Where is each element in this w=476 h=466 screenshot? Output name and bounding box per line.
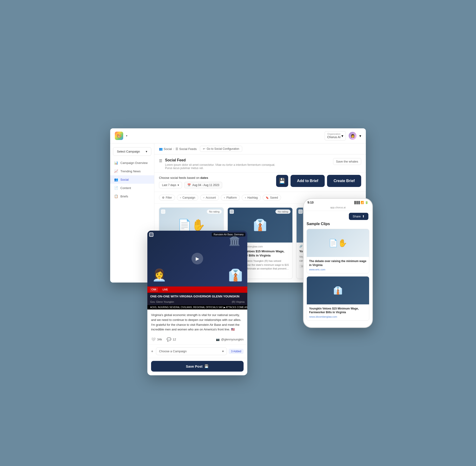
filter-chip-hashtag[interactable]: + Hashtag <box>242 195 261 201</box>
save-whales-button[interactable]: Save the whales <box>333 158 361 165</box>
cnn-headline: ONE-ON-ONE WITH VIRGINIA GOVERNOR GLENN … <box>147 293 247 300</box>
org-name: Chorus AI <box>327 135 340 139</box>
added-count-badge: 3 Added <box>229 349 244 354</box>
create-brief-button[interactable]: Create Brief <box>327 175 361 187</box>
add-to-brief-button[interactable]: Add to Brief <box>291 175 325 187</box>
battery-icon: 🔋 <box>365 201 368 204</box>
card-2-rating-badge: No rating <box>275 210 291 214</box>
instagram-icon: 📷 <box>216 338 220 341</box>
sidebar-item-campaign-overview[interactable]: 📊 Campaign Overview <box>110 159 154 167</box>
card-1-checkbox[interactable] <box>161 210 165 214</box>
mobile-time: 5:13 <box>307 201 314 204</box>
likes-count: 34k <box>157 338 162 341</box>
go-to-social-config-button[interactable]: ↩ Go to Social Configuration <box>200 146 242 152</box>
campaign-select-row: + Choose a Campaign ▾ 3 Added <box>147 345 247 358</box>
video-politician-figure: 👔 <box>228 268 243 282</box>
filter-chip-filter[interactable]: ⚙ Filter <box>159 195 175 201</box>
mobile-clip-2-image: 👔 <box>307 277 369 304</box>
sidebar-item-social[interactable]: 👥 Social <box>110 175 154 184</box>
social-post-modal: 👩‍💼 🏛️ 👔 Ramstein Air Base, Germany ▶ ST… <box>147 231 247 375</box>
mobile-status-icons: ▐▐▐ 📶 🔋 <box>353 201 368 204</box>
comment-icon: 💬 <box>167 337 171 342</box>
date-period-select[interactable]: Last 7 days ▾ <box>159 182 182 188</box>
window-chevron-icon[interactable]: ▾ <box>126 134 127 138</box>
date-select-chevron-icon: ▾ <box>178 184 179 187</box>
save-post-icon: 💾 <box>204 364 209 368</box>
mobile-clip-1-url[interactable]: www.wric.com <box>309 268 367 271</box>
post-instagram-link: 📷 @glennyoungkin <box>216 338 244 341</box>
page-title: Social Feed <box>165 158 281 162</box>
mobile-clip-2: 👔 Youngkin Vetoes $15 Minimum Wage, Farm… <box>306 276 369 321</box>
social-icon: 👥 <box>114 178 118 181</box>
campaign-select-label: Select Campaign <box>117 150 140 153</box>
campaign-select-dropdown-modal[interactable]: Choose a Campaign ▾ <box>156 347 227 355</box>
org-selector: Organization Chorus AI <box>327 133 340 139</box>
play-button[interactable]: ▶ <box>192 253 203 264</box>
sidebar-item-trending-news[interactable]: 📈 Trending News <box>110 167 154 175</box>
user-avatar[interactable]: 👩 <box>349 132 357 140</box>
modal-video: 👩‍💼 🏛️ 👔 Ramstein Air Base, Germany ▶ ST… <box>147 231 247 287</box>
page-desc: Lorem ipsum dolor sit amet consectetur. … <box>165 163 281 170</box>
card-2-checkbox[interactable] <box>230 210 234 214</box>
post-like-action[interactable]: 🤍 34k <box>151 337 162 342</box>
card-3-checkbox[interactable] <box>298 210 303 214</box>
card-3-source-icon: 🔗 <box>299 245 303 248</box>
filter-chip-campaign[interactable]: + Campaign <box>177 195 198 201</box>
post-comment-action[interactable]: 💬 12 <box>167 337 176 342</box>
campaign-select-dropdown[interactable]: Select Campaign ▾ <box>113 147 151 156</box>
org-dropdown[interactable]: Organization Chorus AI ▾ <box>325 131 346 140</box>
video-reporter-figure: 👩‍💼 <box>152 268 166 282</box>
mobile-clip-2-url[interactable]: news.bloomberglaw.com <box>309 315 367 318</box>
breadcrumb-social-icon: 👥 <box>159 147 163 151</box>
app-logo: 🎨 <box>115 132 123 140</box>
breadcrumb-sep-1: / <box>173 147 174 151</box>
news-ticker: ACKS, INJURING SEVERAL CIVILIANS, REGION… <box>147 305 247 310</box>
page-header: ☰ Social Feed Lorem ipsum dolor sit amet… <box>154 154 366 173</box>
content-icon: 📄 <box>114 186 118 190</box>
sidebar-label-campaign-overview: Campaign Overview <box>120 161 147 165</box>
post-actions: 🤍 34k 💬 12 📷 @glennyoungkin <box>147 335 247 345</box>
calendar-icon: 📅 <box>187 184 191 187</box>
filter-chip-platform[interactable]: + Platform <box>221 195 240 201</box>
save-post-button[interactable]: Save Post 💾 <box>151 361 244 372</box>
account-chip-plus-icon: + <box>203 196 204 199</box>
breadcrumb-bar: 👥 Social / ☰ Social Feeds ↩ Go to Social… <box>154 143 366 154</box>
org-label: Organization <box>327 133 340 135</box>
card-1-rating-badge: No rating <box>207 210 222 214</box>
user-menu-chevron-icon[interactable]: ▾ <box>359 134 361 138</box>
comments-count: 12 <box>173 338 176 341</box>
mobile-clip-1-body: The debate over raising the minimum wage… <box>307 257 369 273</box>
mobile-clip-2-body: Youngkin Vetoes $15 Minimum Wage, Farmwo… <box>307 304 369 321</box>
sidebar-label-content: Content <box>120 186 131 190</box>
action-buttons: 💾 Add to Brief Create Brief <box>276 175 361 187</box>
cnn-ticker: CNN LIVE <box>147 287 247 293</box>
mobile-status-bar: 5:13 ▐▐▐ 📶 🔋 <box>304 199 372 205</box>
campaign-dropdown-chevron-icon: ▾ <box>222 350 224 353</box>
mobile-clip-1: 📄✋ The debate over raising the minimum w… <box>306 229 369 273</box>
campaign-placeholder: Choose a Campaign <box>159 350 187 353</box>
sidebar-item-content[interactable]: 📄 Content <box>110 184 154 192</box>
signal-icon: ▐▐▐ <box>353 201 360 204</box>
mobile-section-title: Sample Clips <box>306 222 369 226</box>
campaign-overview-icon: 📊 <box>114 161 118 165</box>
save-icon-button[interactable]: 💾 <box>276 175 288 187</box>
mobile-share-button[interactable]: Share ⬆ <box>349 213 368 220</box>
org-chevron-icon: ▾ <box>341 134 343 138</box>
sidebar-label-social: Social <box>120 178 128 181</box>
campaign-add-plus-icon: + <box>151 349 153 353</box>
save-floppy-icon: 💾 <box>279 178 285 184</box>
mobile-share-label: Share <box>352 215 361 218</box>
mobile-preview: 5:13 ▐▐▐ 📶 🔋 app.chorus.ai Share ⬆ Sampl… <box>303 198 373 328</box>
page-header-text: Social Feed Lorem ipsum dolor sit amet c… <box>165 158 281 170</box>
top-bar: 🎨 ▾ Organization Chorus AI ▾ 👩 ▾ <box>110 128 366 143</box>
mobile-clip-2-title: Youngkin Vetoes $15 Minimum Wage, Farmwo… <box>309 307 367 315</box>
filter-chip-saved[interactable]: 🔖 Saved <box>263 195 281 201</box>
mobile-clip-1-image: 📄✋ <box>307 229 369 257</box>
briefs-icon: 📋 <box>114 194 118 198</box>
filter-chip-account[interactable]: + Account <box>200 195 219 201</box>
sidebar-item-briefs[interactable]: 📋 Briefs <box>110 192 154 200</box>
mobile-share-bar: Share ⬆ <box>304 211 372 222</box>
saved-chip-icon: 🔖 <box>266 196 269 199</box>
video-checkbox[interactable] <box>149 233 153 237</box>
breadcrumb-social-feeds: ☰ Social Feeds <box>175 147 197 151</box>
